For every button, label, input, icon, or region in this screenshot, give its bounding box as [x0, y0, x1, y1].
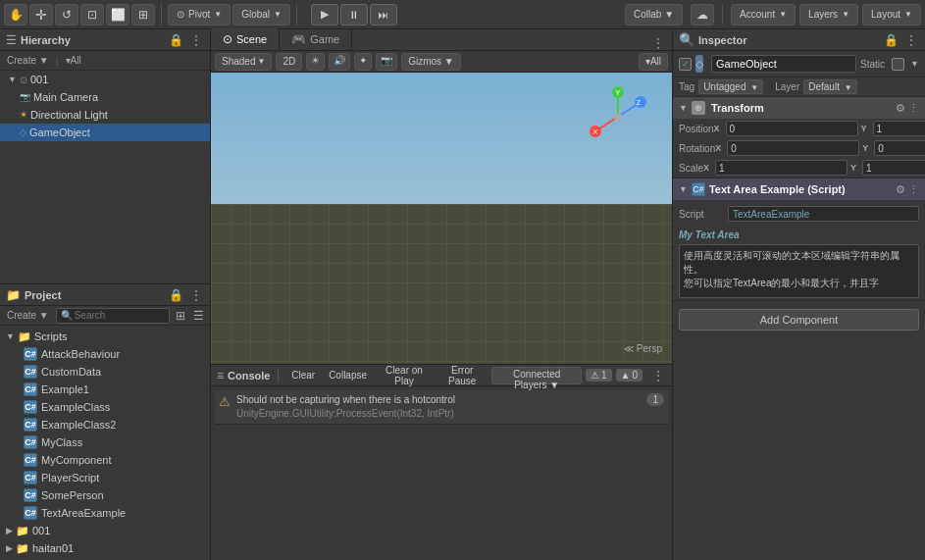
textareaexample-item[interactable]: C# TextAreaExample: [0, 504, 210, 522]
camera-toggle[interactable]: 📷: [376, 53, 397, 71]
fx-toggle[interactable]: ✦: [354, 53, 372, 71]
scene-more-btn[interactable]: ⋮: [650, 36, 666, 50]
position-y-input[interactable]: [873, 121, 925, 136]
layers-btn[interactable]: Layers ▼: [799, 4, 858, 25]
folder-tree: ▼ 📁 Scripts C# AttackBehaviour C# Custom…: [0, 326, 210, 559]
gameobject-header: ✓ ◇ Static ▼: [673, 51, 925, 77]
console-actions: ⋮: [650, 369, 666, 382]
rotation-y-input[interactable]: [874, 140, 925, 156]
scene-gizmo[interactable]: Z Y X: [584, 82, 652, 151]
text-area-content[interactable]: 使用高度灵活和可滚动的文本区域编辑字符串的属性。 您可以指定TextArea的最…: [679, 244, 919, 298]
collab-btn[interactable]: Collab ▼: [625, 4, 683, 25]
shaded-btn[interactable]: Shaded ▼: [215, 53, 272, 71]
project-create-btn[interactable]: Create ▼: [4, 310, 52, 321]
account-btn[interactable]: Account ▼: [731, 4, 796, 25]
exampleclass2-item[interactable]: C# ExampleClass2: [0, 416, 210, 433]
tag-layer-row: Tag Untagged ▼ Layer Default ▼: [673, 77, 925, 97]
collapse-btn[interactable]: Collapse: [324, 369, 372, 382]
gameobject-active-checkbox[interactable]: ✓: [679, 58, 692, 71]
project-search-box: 🔍: [56, 308, 170, 324]
inspector-lock-btn[interactable]: 🔒: [882, 33, 900, 47]
exampleclass-item[interactable]: C# ExampleClass: [0, 398, 210, 416]
console-message[interactable]: ⚠ Should not be capturing when there is …: [215, 390, 668, 425]
rotation-x-input[interactable]: [727, 140, 859, 156]
search-icon: 🔍: [61, 310, 73, 321]
scene-root-item[interactable]: ▼ ⊙ 001: [0, 71, 210, 88]
static-checkbox[interactable]: [892, 58, 904, 71]
hand-tool-btn[interactable]: ✋: [4, 4, 27, 25]
gameobject-name-input[interactable]: [711, 55, 856, 73]
example1-item[interactable]: C# Example1: [0, 381, 210, 398]
hierarchy-actions: 🔒 ⋮: [167, 33, 204, 47]
scale-y-input[interactable]: [862, 160, 925, 176]
add-component-btn[interactable]: Add Component: [679, 309, 919, 331]
scale-x-input[interactable]: [715, 160, 848, 176]
tab-scene[interactable]: ⊙ Scene: [211, 28, 280, 50]
cloud-btn[interactable]: ☁: [691, 4, 714, 25]
pause-btn[interactable]: ⏸: [340, 4, 368, 25]
gizmos-btn[interactable]: Gizmos ▼: [401, 53, 461, 71]
myclass-item[interactable]: C# MyClass: [0, 433, 210, 451]
hierarchy-create-btn[interactable]: Create ▼: [4, 55, 52, 66]
transform-header[interactable]: ▼ ⊕ Transform ⚙ ⋮: [673, 97, 925, 119]
transform-more-btn[interactable]: ⋮: [908, 102, 919, 115]
project-view-btn[interactable]: ⊞: [174, 309, 187, 323]
script-ref-value[interactable]: TextAreaExample: [728, 206, 919, 222]
connected-players-btn[interactable]: Connected Players ▼: [491, 367, 582, 384]
project-lock-btn[interactable]: 🔒: [167, 288, 185, 302]
hierarchy-header: ☰ Hierarchy 🔒 ⋮: [0, 29, 210, 51]
scene-search-btn[interactable]: ▾All: [639, 53, 668, 71]
gameobject-item[interactable]: ◇ GameObject: [0, 124, 210, 141]
script-comp-more-btn[interactable]: ⋮: [908, 183, 919, 196]
mycomponent-item[interactable]: C# MyComponent: [0, 451, 210, 469]
step-btn[interactable]: ⏭: [370, 4, 397, 25]
audio-toggle[interactable]: 🔊: [329, 53, 350, 71]
scene-view[interactable]: Z Y X ≪ Persp: [211, 73, 672, 364]
transform-settings-btn[interactable]: ⚙: [896, 102, 905, 115]
scripts-folder[interactable]: ▼ 📁 Scripts: [0, 328, 210, 345]
hierarchy-more-btn[interactable]: ⋮: [188, 33, 204, 47]
2d-btn[interactable]: 2D: [276, 53, 302, 71]
project-search-input[interactable]: [75, 310, 165, 321]
layer-dropdown[interactable]: Default ▼: [803, 79, 856, 94]
project-more-btn[interactable]: ⋮: [188, 288, 204, 302]
script-comp-settings-btn[interactable]: ⚙: [896, 183, 905, 196]
light-toggle[interactable]: ☀: [306, 53, 325, 71]
layout-btn[interactable]: Layout ▼: [862, 4, 921, 25]
move-tool-btn[interactable]: ✛: [29, 4, 53, 25]
svg-text:X: X: [592, 127, 598, 136]
main-camera-item[interactable]: 📷 Main Camera: [0, 88, 210, 106]
static-dropdown[interactable]: ▼: [910, 59, 919, 69]
hierarchy-lock-btn[interactable]: 🔒: [167, 33, 185, 47]
tab-game[interactable]: 🎮 Game: [280, 28, 352, 50]
playerscript-item[interactable]: C# PlayerScript: [0, 469, 210, 486]
play-btn[interactable]: ▶: [311, 4, 338, 25]
position-x-field: X: [714, 121, 858, 136]
playmode-group: ▶ ⏸ ⏭: [311, 4, 397, 25]
rect-tool-btn[interactable]: ⬜: [106, 4, 129, 25]
tag-dropdown[interactable]: Untagged ▼: [698, 79, 763, 94]
transform-tool-btn[interactable]: ⊞: [131, 4, 155, 25]
folder-001-item[interactable]: ▶ 📁 001: [0, 522, 210, 539]
rotate-tool-btn[interactable]: ↺: [55, 4, 78, 25]
haitan01-item[interactable]: ▶ 📁 haitan01: [0, 539, 210, 557]
position-x-input[interactable]: [726, 121, 858, 136]
myclass-label: MyClass: [41, 436, 82, 448]
error-pause-btn[interactable]: Error Pause: [437, 364, 488, 387]
clear-btn[interactable]: Clear: [286, 369, 320, 382]
directional-light-item[interactable]: ☀ Directional Light: [0, 106, 210, 124]
global-btn[interactable]: Global ▼: [232, 4, 290, 25]
hierarchy-all-btn[interactable]: ▾All: [63, 55, 84, 66]
customdata-item[interactable]: C# CustomData: [0, 363, 210, 381]
directional-light-label: Directional Light: [30, 109, 108, 121]
project-filter-btn[interactable]: ☰: [191, 309, 206, 323]
scale-tool-btn[interactable]: ⊡: [80, 4, 104, 25]
clear-on-play-btn[interactable]: Clear on Play: [376, 364, 433, 387]
inspector-more-btn[interactable]: ⋮: [903, 33, 919, 47]
pivot-btn[interactable]: ⊙ Pivot ▼: [168, 4, 231, 25]
console-more-btn[interactable]: ⋮: [650, 369, 666, 382]
someperson-item[interactable]: C# SomePerson: [0, 486, 210, 504]
script-component-header[interactable]: ▼ C# Text Area Example (Script) ⚙ ⋮: [673, 178, 925, 200]
persp-label: ≪ Persp: [624, 343, 662, 354]
attackbehaviour-item[interactable]: C# AttackBehaviour: [0, 345, 210, 363]
